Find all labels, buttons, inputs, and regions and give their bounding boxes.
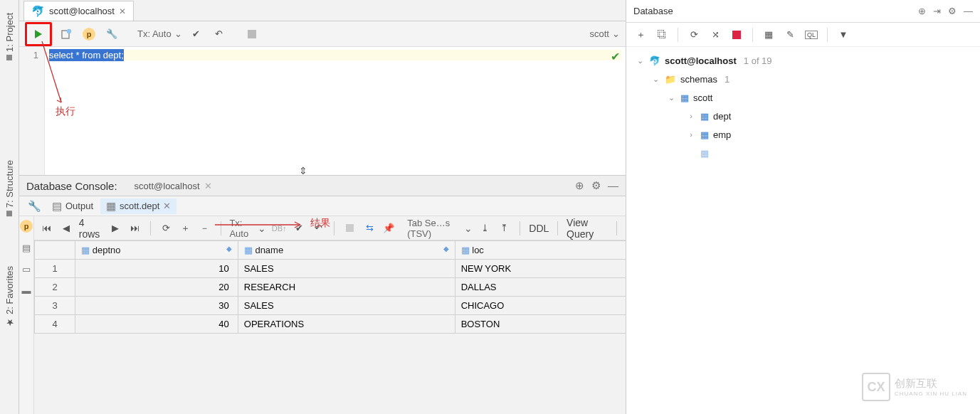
chevron-down-icon: ⌄ [612,28,620,39]
chevron-down-icon: ⌄ [666,93,676,102]
editor-tab-console[interactable]: 🐬 scott@localhost ✕ [23,1,134,21]
commit-button[interactable]: ✔ [188,26,205,43]
database-panel-header: Database ⊕ ⇥ ⚙ — [626,0,980,23]
cell-dname[interactable]: RESEARCH [238,278,455,297]
wrench-icon[interactable]: 🔧 [23,200,45,213]
export-down-button[interactable]: ⤓ [478,220,492,237]
pin-icon[interactable]: ▬ [19,283,33,297]
parameters-button[interactable]: p [80,26,98,43]
row-number: 1 [35,260,75,278]
close-icon[interactable]: ✕ [119,6,126,16]
explain-icon[interactable]: ▤ [19,240,33,255]
annotation-arrow-exec [40,40,68,111]
refresh-button[interactable]: ⟳ [685,26,702,43]
edit-button[interactable]: ✎ [781,26,799,43]
database-tree[interactable]: ⌄🐬 scott@localhost1 of 19 ⌄📁 schemas1 ⌄▦… [626,47,980,166]
tx-mode-dropdown[interactable]: Tx: Auto ⌄ [137,28,182,39]
tree-table-dept[interactable]: ›▦ dept [629,107,977,125]
tree-schemas[interactable]: ⌄📁 schemas1 [629,70,977,88]
data-grid-toolbar: ⏮ ◀ 4 rows ▶ ⏭ ⟳ ＋ － Tx: Auto ⌄ DB↑ ✔ ↶ [34,216,645,240]
parameters-button[interactable]: p [19,219,33,233]
rollback-button[interactable]: ↶ [211,26,228,43]
add-datasource-button[interactable]: ＋ [632,26,649,43]
console-button[interactable]: QL [803,26,820,43]
stop-button[interactable] [343,220,357,237]
cell-dname[interactable]: SALES [238,260,455,278]
console-connection-tab[interactable]: scott@localhost ✕ [127,179,219,193]
cell-deptno[interactable]: 40 [75,315,238,334]
reload-button[interactable]: ⟳ [159,220,173,237]
hide-icon[interactable]: — [964,6,973,16]
hide-panel-icon[interactable]: — [608,179,618,192]
cell-dname[interactable]: OPERATIONS [238,315,455,334]
prev-page-button[interactable]: ◀ [59,220,73,237]
stop-button[interactable] [243,26,260,43]
project-tool-tab[interactable]: 1: Project [4,13,15,60]
result-table-tab[interactable]: ▦scott.dept ✕ [100,198,176,214]
table-row[interactable]: 1 10 SALES NEW YORK [35,260,645,278]
cell-dname[interactable]: SALES [238,297,455,315]
editor-tab-bar: 🐬 scott@localhost ✕ [19,0,626,21]
filter-button[interactable]: ▼ [835,26,852,43]
cell-loc[interactable]: CHICAGO [455,297,645,315]
settings-gear-icon[interactable]: ⚙ [591,179,601,192]
schema-dropdown[interactable]: scott ⌄ [590,28,620,39]
result-data-grid[interactable]: ▦ deptno◆ ▦ dname◆ ▦ loc◆ 1 10 SALES NEW… [34,240,645,334]
cell-deptno[interactable]: 20 [75,278,238,297]
db-icon: 🐬 [649,55,660,66]
sync-button[interactable]: ⤨ [707,26,724,43]
db-console-icon: 🐬 [31,5,45,18]
collapse-icon[interactable]: ⇥ [933,6,941,16]
column-icon: ▦ [81,245,90,255]
layout-icon[interactable]: ▭ [19,262,33,276]
import-up-button[interactable]: ⤒ [497,220,511,237]
table-row[interactable]: 3 30 SALES CHICAGO [35,297,645,315]
locate-icon[interactable]: ⊕ [575,179,584,192]
add-row-button[interactable]: ＋ [179,220,192,237]
first-page-button[interactable]: ⏮ [40,220,53,237]
row-number: 3 [35,297,75,315]
row-number: 2 [35,278,75,297]
view-query-button[interactable]: View Query [567,217,608,240]
tree-schema-scott[interactable]: ⌄▦ scott [629,88,977,107]
table-view-button[interactable]: ▦ [760,26,777,43]
sql-editor[interactable]: 1 select * from dept; ✔ [19,47,626,175]
remove-row-button[interactable]: － [198,220,211,237]
tree-connection[interactable]: ⌄🐬 scott@localhost1 of 19 [629,51,977,70]
duplicate-button[interactable]: ⿻ [653,26,670,43]
structure-tool-tab[interactable]: 7: Structure [4,160,15,216]
close-icon[interactable]: ✕ [204,181,212,191]
chevron-right-icon: › [686,112,696,120]
tree-table-emp[interactable]: ›▦ emp [629,125,977,144]
table-icon: ▦ [700,148,709,159]
column-header-dname[interactable]: ▦ dname◆ [238,241,455,260]
export-format-dropdown[interactable]: Tab Se…s (TSV) ⌄ [407,218,473,239]
column-header-deptno[interactable]: ▦ deptno◆ [75,241,238,260]
chevron-down-icon: ⌄ [650,75,660,84]
last-page-button[interactable]: ⏭ [127,220,141,237]
stop-button[interactable] [728,26,745,43]
editor-code[interactable]: select * from dept; ✔ [45,47,626,175]
settings-wrench-button[interactable]: 🔧 [103,26,120,43]
tree-more[interactable]: ▦ [629,144,977,162]
next-page-button[interactable]: ▶ [108,220,122,237]
row-number: 4 [35,315,75,334]
output-tab[interactable]: ▤Output [46,198,99,214]
locate-icon[interactable]: ⊕ [918,6,926,16]
cell-loc[interactable]: BOSTON [455,315,645,334]
resize-handle-icon[interactable]: ⇕ [299,165,307,176]
ddl-button[interactable]: DDL [529,223,549,234]
cell-loc[interactable]: NEW YORK [455,260,645,278]
star-icon: ★ [4,317,15,328]
table-row[interactable]: 4 40 OPERATIONS BOSTON [35,315,645,334]
settings-gear-icon[interactable]: ⚙ [948,6,957,16]
close-icon[interactable]: ✕ [163,201,171,211]
pin-button[interactable]: 📌 [382,220,396,237]
cell-deptno[interactable]: 30 [75,297,238,315]
cell-deptno[interactable]: 10 [75,260,238,278]
cell-loc[interactable]: DALLAS [455,278,645,297]
table-row[interactable]: 2 20 RESEARCH DALLAS [35,278,645,297]
compare-button[interactable]: ⇆ [362,220,376,237]
column-header-loc[interactable]: ▦ loc◆ [455,241,645,260]
favorites-tool-tab[interactable]: ★2: Favorites [4,266,15,328]
